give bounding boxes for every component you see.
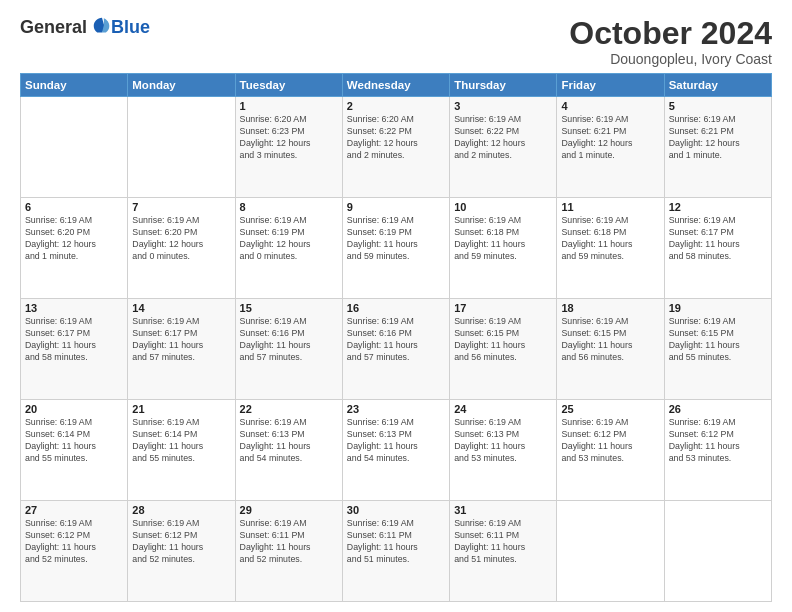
calendar-cell: 30Sunrise: 6:19 AM Sunset: 6:11 PM Dayli… xyxy=(342,501,449,602)
day-number: 11 xyxy=(561,201,659,213)
calendar-cell: 5Sunrise: 6:19 AM Sunset: 6:21 PM Daylig… xyxy=(664,97,771,198)
day-info: Sunrise: 6:19 AM Sunset: 6:16 PM Dayligh… xyxy=(240,316,338,364)
calendar-cell: 31Sunrise: 6:19 AM Sunset: 6:11 PM Dayli… xyxy=(450,501,557,602)
calendar-cell: 9Sunrise: 6:19 AM Sunset: 6:19 PM Daylig… xyxy=(342,198,449,299)
day-info: Sunrise: 6:19 AM Sunset: 6:11 PM Dayligh… xyxy=(347,518,445,566)
day-number: 18 xyxy=(561,302,659,314)
day-info: Sunrise: 6:19 AM Sunset: 6:13 PM Dayligh… xyxy=(240,417,338,465)
calendar-cell: 2Sunrise: 6:20 AM Sunset: 6:22 PM Daylig… xyxy=(342,97,449,198)
day-info: Sunrise: 6:19 AM Sunset: 6:20 PM Dayligh… xyxy=(132,215,230,263)
day-info: Sunrise: 6:19 AM Sunset: 6:19 PM Dayligh… xyxy=(240,215,338,263)
day-info: Sunrise: 6:20 AM Sunset: 6:23 PM Dayligh… xyxy=(240,114,338,162)
day-info: Sunrise: 6:19 AM Sunset: 6:16 PM Dayligh… xyxy=(347,316,445,364)
calendar-cell: 26Sunrise: 6:19 AM Sunset: 6:12 PM Dayli… xyxy=(664,400,771,501)
weekday-header-tuesday: Tuesday xyxy=(235,74,342,97)
day-number: 27 xyxy=(25,504,123,516)
day-info: Sunrise: 6:19 AM Sunset: 6:20 PM Dayligh… xyxy=(25,215,123,263)
weekday-header-thursday: Thursday xyxy=(450,74,557,97)
day-number: 17 xyxy=(454,302,552,314)
location: Douongopleu, Ivory Coast xyxy=(569,51,772,67)
day-number: 16 xyxy=(347,302,445,314)
calendar-week-4: 20Sunrise: 6:19 AM Sunset: 6:14 PM Dayli… xyxy=(21,400,772,501)
calendar-cell: 14Sunrise: 6:19 AM Sunset: 6:17 PM Dayli… xyxy=(128,299,235,400)
calendar-cell: 12Sunrise: 6:19 AM Sunset: 6:17 PM Dayli… xyxy=(664,198,771,299)
calendar-week-3: 13Sunrise: 6:19 AM Sunset: 6:17 PM Dayli… xyxy=(21,299,772,400)
day-number: 26 xyxy=(669,403,767,415)
title-area: October 2024 Douongopleu, Ivory Coast xyxy=(569,16,772,67)
day-info: Sunrise: 6:19 AM Sunset: 6:14 PM Dayligh… xyxy=(25,417,123,465)
day-number: 28 xyxy=(132,504,230,516)
calendar-cell: 22Sunrise: 6:19 AM Sunset: 6:13 PM Dayli… xyxy=(235,400,342,501)
weekday-header-row: SundayMondayTuesdayWednesdayThursdayFrid… xyxy=(21,74,772,97)
day-number: 30 xyxy=(347,504,445,516)
calendar-cell: 8Sunrise: 6:19 AM Sunset: 6:19 PM Daylig… xyxy=(235,198,342,299)
calendar-cell xyxy=(557,501,664,602)
day-number: 20 xyxy=(25,403,123,415)
day-number: 4 xyxy=(561,100,659,112)
day-info: Sunrise: 6:19 AM Sunset: 6:19 PM Dayligh… xyxy=(347,215,445,263)
day-info: Sunrise: 6:19 AM Sunset: 6:18 PM Dayligh… xyxy=(561,215,659,263)
calendar-cell: 11Sunrise: 6:19 AM Sunset: 6:18 PM Dayli… xyxy=(557,198,664,299)
day-number: 24 xyxy=(454,403,552,415)
day-number: 6 xyxy=(25,201,123,213)
day-info: Sunrise: 6:19 AM Sunset: 6:17 PM Dayligh… xyxy=(25,316,123,364)
day-info: Sunrise: 6:19 AM Sunset: 6:21 PM Dayligh… xyxy=(561,114,659,162)
day-number: 21 xyxy=(132,403,230,415)
calendar-cell: 20Sunrise: 6:19 AM Sunset: 6:14 PM Dayli… xyxy=(21,400,128,501)
calendar-cell: 17Sunrise: 6:19 AM Sunset: 6:15 PM Dayli… xyxy=(450,299,557,400)
calendar-cell: 4Sunrise: 6:19 AM Sunset: 6:21 PM Daylig… xyxy=(557,97,664,198)
calendar-cell: 16Sunrise: 6:19 AM Sunset: 6:16 PM Dayli… xyxy=(342,299,449,400)
day-number: 12 xyxy=(669,201,767,213)
weekday-header-wednesday: Wednesday xyxy=(342,74,449,97)
day-number: 3 xyxy=(454,100,552,112)
logo-blue: Blue xyxy=(111,17,150,38)
day-info: Sunrise: 6:19 AM Sunset: 6:15 PM Dayligh… xyxy=(561,316,659,364)
day-number: 8 xyxy=(240,201,338,213)
day-number: 10 xyxy=(454,201,552,213)
calendar-cell: 27Sunrise: 6:19 AM Sunset: 6:12 PM Dayli… xyxy=(21,501,128,602)
calendar-cell: 19Sunrise: 6:19 AM Sunset: 6:15 PM Dayli… xyxy=(664,299,771,400)
day-info: Sunrise: 6:20 AM Sunset: 6:22 PM Dayligh… xyxy=(347,114,445,162)
calendar-cell: 18Sunrise: 6:19 AM Sunset: 6:15 PM Dayli… xyxy=(557,299,664,400)
day-info: Sunrise: 6:19 AM Sunset: 6:18 PM Dayligh… xyxy=(454,215,552,263)
day-number: 7 xyxy=(132,201,230,213)
calendar-cell: 24Sunrise: 6:19 AM Sunset: 6:13 PM Dayli… xyxy=(450,400,557,501)
day-info: Sunrise: 6:19 AM Sunset: 6:12 PM Dayligh… xyxy=(669,417,767,465)
day-number: 15 xyxy=(240,302,338,314)
calendar-cell: 28Sunrise: 6:19 AM Sunset: 6:12 PM Dayli… xyxy=(128,501,235,602)
calendar-cell xyxy=(21,97,128,198)
calendar-cell: 10Sunrise: 6:19 AM Sunset: 6:18 PM Dayli… xyxy=(450,198,557,299)
calendar-week-2: 6Sunrise: 6:19 AM Sunset: 6:20 PM Daylig… xyxy=(21,198,772,299)
day-info: Sunrise: 6:19 AM Sunset: 6:11 PM Dayligh… xyxy=(454,518,552,566)
day-number: 25 xyxy=(561,403,659,415)
day-number: 19 xyxy=(669,302,767,314)
calendar-cell: 23Sunrise: 6:19 AM Sunset: 6:13 PM Dayli… xyxy=(342,400,449,501)
day-info: Sunrise: 6:19 AM Sunset: 6:12 PM Dayligh… xyxy=(132,518,230,566)
day-number: 31 xyxy=(454,504,552,516)
calendar-cell: 3Sunrise: 6:19 AM Sunset: 6:22 PM Daylig… xyxy=(450,97,557,198)
weekday-header-saturday: Saturday xyxy=(664,74,771,97)
calendar-cell xyxy=(664,501,771,602)
logo: General Blue xyxy=(20,16,150,38)
weekday-header-friday: Friday xyxy=(557,74,664,97)
month-title: October 2024 xyxy=(569,16,772,51)
day-number: 1 xyxy=(240,100,338,112)
logo-icon xyxy=(91,16,113,38)
calendar-cell: 25Sunrise: 6:19 AM Sunset: 6:12 PM Dayli… xyxy=(557,400,664,501)
day-info: Sunrise: 6:19 AM Sunset: 6:15 PM Dayligh… xyxy=(454,316,552,364)
day-number: 13 xyxy=(25,302,123,314)
day-info: Sunrise: 6:19 AM Sunset: 6:12 PM Dayligh… xyxy=(25,518,123,566)
day-number: 23 xyxy=(347,403,445,415)
day-info: Sunrise: 6:19 AM Sunset: 6:12 PM Dayligh… xyxy=(561,417,659,465)
day-info: Sunrise: 6:19 AM Sunset: 6:21 PM Dayligh… xyxy=(669,114,767,162)
calendar-week-5: 27Sunrise: 6:19 AM Sunset: 6:12 PM Dayli… xyxy=(21,501,772,602)
day-number: 29 xyxy=(240,504,338,516)
calendar-cell xyxy=(128,97,235,198)
calendar-cell: 15Sunrise: 6:19 AM Sunset: 6:16 PM Dayli… xyxy=(235,299,342,400)
day-info: Sunrise: 6:19 AM Sunset: 6:13 PM Dayligh… xyxy=(454,417,552,465)
day-info: Sunrise: 6:19 AM Sunset: 6:17 PM Dayligh… xyxy=(669,215,767,263)
day-number: 2 xyxy=(347,100,445,112)
calendar-page: General Blue October 2024 Douongopleu, I… xyxy=(0,0,792,612)
day-info: Sunrise: 6:19 AM Sunset: 6:15 PM Dayligh… xyxy=(669,316,767,364)
day-number: 9 xyxy=(347,201,445,213)
